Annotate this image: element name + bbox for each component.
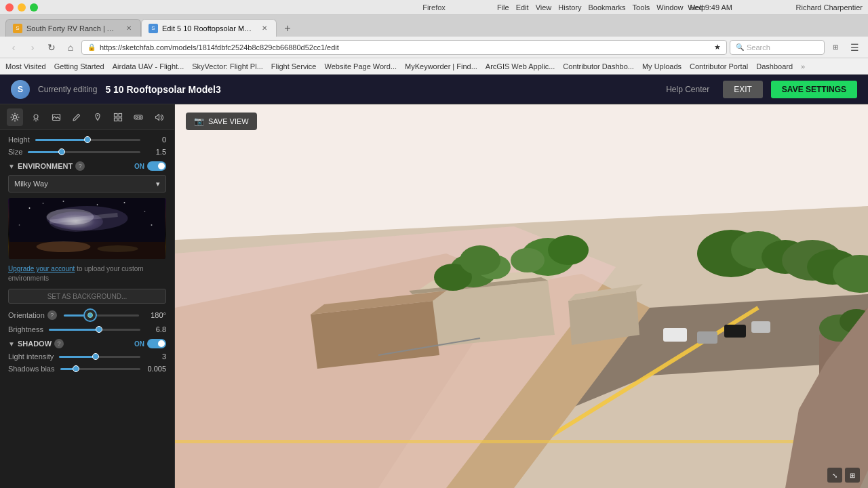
bookmark-airdata[interactable]: Airdata UAV - Flight... <box>113 62 184 70</box>
shadows-bias-slider[interactable] <box>60 368 141 370</box>
environment-preset-dropdown[interactable]: Milky Way ▾ <box>8 175 166 192</box>
orientation-slider[interactable] <box>64 314 139 317</box>
bookmark-contributor-dash[interactable]: Contributor Dashbo... <box>563 62 634 70</box>
back-button[interactable]: ‹ <box>5 39 22 56</box>
svg-rect-7 <box>119 118 122 121</box>
new-tab-button[interactable]: + <box>279 20 296 37</box>
light-intensity-slider[interactable] <box>59 356 140 358</box>
env-glow <box>49 211 103 232</box>
settings-icon-btn[interactable] <box>7 108 23 126</box>
environment-section-header: ▼ ENVIRONMENT ? ON <box>8 161 166 171</box>
size-slider[interactable] <box>28 151 140 153</box>
environment-preview <box>8 198 166 259</box>
environment-help-icon[interactable]: ? <box>75 161 85 171</box>
set-background-button[interactable]: SET AS BACKGROUND... <box>8 289 166 304</box>
shadow-toggle-knob <box>158 340 165 347</box>
sound-icon-btn[interactable] <box>151 108 167 126</box>
environment-collapse-arrow[interactable]: ▼ <box>8 163 15 170</box>
tab-close-1[interactable]: ✕ <box>124 24 134 33</box>
minimize-window-button[interactable] <box>18 3 26 12</box>
maximize-window-button[interactable] <box>30 3 38 12</box>
exit-button[interactable]: EXIT <box>723 81 763 98</box>
height-slider[interactable] <box>35 139 140 141</box>
pin-icon-btn[interactable] <box>90 108 106 126</box>
environment-toggle-knob <box>158 163 165 169</box>
bookmark-website-page[interactable]: Website Page Word... <box>324 62 397 70</box>
shadow-toggle[interactable]: ON <box>134 339 166 348</box>
height-label: Height <box>8 136 30 144</box>
brightness-label: Brightness <box>8 325 43 333</box>
svg-point-21 <box>19 224 20 226</box>
svg-point-9 <box>136 116 138 118</box>
svg-point-0 <box>14 115 17 119</box>
tab-south-forty[interactable]: S South Forty RV Ranch | Amazing... ✕ <box>5 19 141 37</box>
shadow-help-icon[interactable]: ? <box>54 339 64 348</box>
shadow-collapse-arrow[interactable]: ▼ <box>8 340 15 348</box>
brightness-slider[interactable] <box>49 329 140 331</box>
save-settings-button[interactable]: SAVE SETTINGS <box>771 81 857 98</box>
image-icon-btn[interactable] <box>48 108 64 126</box>
bookmark-mykeyworder[interactable]: MyKeyworder | Find... <box>405 62 477 70</box>
bookmark-getting-started[interactable]: Getting Started <box>54 62 104 70</box>
model-name-header: 5 10 Rooftopsolar Model3 <box>105 84 220 95</box>
grid-icon-btn[interactable] <box>110 108 126 126</box>
svg-rect-56 <box>663 328 687 342</box>
bookmark-flight-service[interactable]: Flight Service <box>271 62 317 70</box>
app-logo: S <box>11 80 30 99</box>
bookmark-my-uploads[interactable]: My Uploads <box>642 62 682 70</box>
vr-icon-btn[interactable] <box>130 108 146 126</box>
traffic-lights[interactable] <box>5 3 38 12</box>
extensions-button[interactable]: ⊞ <box>827 39 844 56</box>
bookmarks-overflow[interactable]: » <box>801 62 805 70</box>
bookmark-arcgis[interactable]: ArcGIS Web Applic... <box>486 62 555 70</box>
menu-button[interactable]: ☰ <box>846 39 863 56</box>
save-view-button[interactable]: 📷 SAVE VIEW <box>186 113 257 130</box>
tab-edit-model[interactable]: S Edit 5 10 Rooftopsolar Model3 ✕ <box>141 19 277 37</box>
search-bar[interactable]: 🔍 Search <box>730 40 825 55</box>
tab-bar: S South Forty RV Ranch | Amazing... ✕ S … <box>0 15 868 37</box>
bookmarks-bar: Most Visited Getting Started Airdata UAV… <box>0 58 868 75</box>
viewport-btn-2[interactable]: ⊞ <box>845 468 860 483</box>
light-icon-btn[interactable] <box>27 108 43 126</box>
window-title: Firefox <box>422 3 446 12</box>
help-center-button[interactable]: Help Center <box>660 82 715 97</box>
orientation-thumb[interactable] <box>83 308 97 322</box>
bookmark-most-visited[interactable]: Most Visited <box>5 62 46 70</box>
svg-rect-57 <box>697 331 717 344</box>
bookmark-dashboard[interactable]: Dashboard <box>756 62 793 70</box>
menubar: FileEditViewHistoryBookmarksToolsWindowH… <box>497 3 705 12</box>
orientation-thumb-wrapper[interactable] <box>83 308 97 322</box>
environment-toggle-label: ON <box>134 163 144 170</box>
pencil-icon-btn[interactable] <box>68 108 85 126</box>
environment-toggle[interactable]: ON <box>134 161 166 171</box>
tab-favicon-2: S <box>149 24 158 33</box>
upgrade-link[interactable]: Upgrade your account <box>8 265 75 272</box>
bookmark-contributor-portal[interactable]: Contributor Portal <box>690 62 748 70</box>
forward-button[interactable]: › <box>24 39 41 56</box>
svg-point-15 <box>29 207 31 209</box>
save-view-label: SAVE VIEW <box>208 117 249 125</box>
svg-point-22 <box>151 224 153 226</box>
svg-rect-4 <box>115 113 118 117</box>
viewport-btn-1[interactable]: ⤡ <box>827 468 842 483</box>
brightness-value: 6.8 <box>146 325 166 333</box>
close-window-button[interactable] <box>5 3 14 12</box>
viewport[interactable]: 📷 SAVE VIEW ⤡ ⊞ <box>175 104 868 488</box>
height-row: Height 0 <box>8 136 166 144</box>
environment-toggle-switch[interactable] <box>147 161 166 171</box>
light-intensity-value: 3 <box>146 352 166 361</box>
home-button[interactable]: ⌂ <box>62 39 79 56</box>
size-value: 1.5 <box>146 148 166 156</box>
shadow-toggle-switch[interactable] <box>147 339 166 348</box>
address-bar[interactable]: 🔒 https://sketchfab.com/models/1814fdbfc… <box>81 40 727 55</box>
tab-close-2[interactable]: ✕ <box>260 24 269 33</box>
size-row: Size 1.5 <box>8 148 166 156</box>
shadows-bias-label: Shadows bias <box>8 365 55 373</box>
reload-button[interactable]: ↻ <box>43 39 60 56</box>
brightness-row: Brightness 6.8 <box>8 325 166 333</box>
bookmark-skyvector[interactable]: SkyVector: Flight Pl... <box>192 62 263 70</box>
svg-point-10 <box>139 116 141 118</box>
orientation-help-icon[interactable]: ? <box>47 310 57 320</box>
left-panel: Height 0 Size 1.5 ▼ ENV <box>0 104 175 488</box>
panel-content: Height 0 Size 1.5 ▼ ENV <box>0 130 174 488</box>
